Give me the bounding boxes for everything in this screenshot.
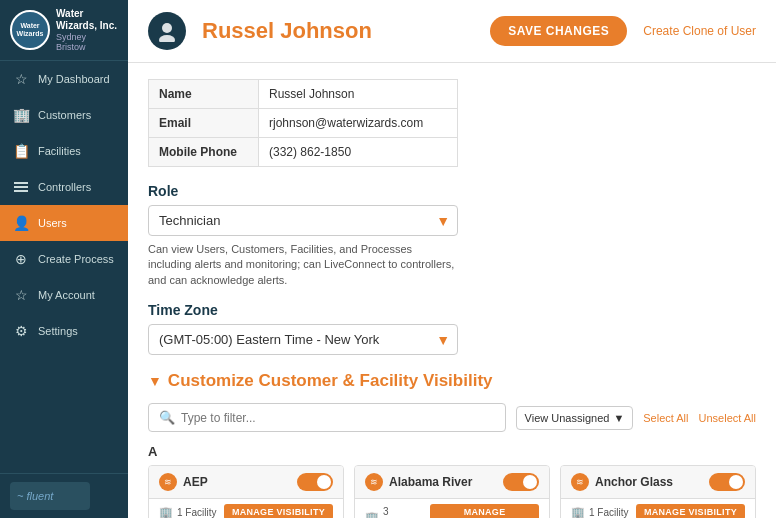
view-dropdown-arrow-icon: ▼ (613, 412, 624, 424)
sidebar-item-dashboard[interactable]: ☆ My Dashboard (0, 61, 128, 97)
building-icon-aep: 🏢 (159, 506, 173, 518)
settings-icon: ⚙ (12, 322, 30, 340)
role-section: Role Technician Administrator Manager Re… (148, 183, 756, 288)
card-icon-anchor-glass: ≋ (571, 473, 589, 491)
facility-count-anchor-glass: 🏢 1 Facility (571, 506, 628, 518)
toggle-anchor-glass[interactable] (709, 473, 745, 491)
phone-value: (332) 862-1850 (259, 138, 457, 166)
sidebar-item-label: Settings (38, 325, 78, 337)
card-footer-aep: 🏢 1 Facility MANAGE VISIBILITY (149, 499, 343, 518)
fluent-logo: ~ fluent (10, 482, 90, 510)
svg-point-2 (159, 35, 175, 42)
customize-title: Customize Customer & Facility Visibility (168, 371, 493, 391)
sidebar: WaterWizards Water Wizards, Inc. Sydney … (0, 0, 128, 518)
sidebar-item-label: Controllers (38, 181, 91, 193)
filter-bar: 🔍 View Unassigned ▼ Select All Unselect … (148, 403, 756, 432)
sidebar-item-label: Create Process (38, 253, 114, 265)
card-name-area-anchor-glass: ≋ Anchor Glass (571, 473, 673, 491)
name-value: Russel Johnson (259, 80, 457, 108)
customers-icon: 🏢 (12, 106, 30, 124)
create-clone-link[interactable]: Create Clone of User (643, 24, 756, 38)
svg-text:~ fluent: ~ fluent (17, 490, 54, 502)
toggle-knob-alabama-river (523, 475, 537, 489)
customize-header[interactable]: ▼ Customize Customer & Facility Visibili… (148, 371, 756, 391)
facility-cards-grid: ≋ AEP 🏢 1 Facility MANAGE VISIBILITY (148, 465, 756, 518)
search-icon: 🔍 (159, 410, 175, 425)
facility-card-aep: ≋ AEP 🏢 1 Facility MANAGE VISIBILITY (148, 465, 344, 518)
unselect-all-link[interactable]: Unselect All (699, 412, 756, 424)
dashboard-icon: ☆ (12, 70, 30, 88)
timezone-label: Time Zone (148, 302, 756, 318)
sidebar-logo: WaterWizards Water Wizards, Inc. Sydney … (0, 0, 128, 61)
sidebar-item-settings[interactable]: ⚙ Settings (0, 313, 128, 349)
manage-btn-aep[interactable]: MANAGE VISIBILITY (224, 504, 333, 518)
card-icon-alabama-river: ≋ (365, 473, 383, 491)
manage-btn-alabama-river[interactable]: MANAGE VISIBILITY (430, 504, 539, 518)
card-name-aep: AEP (183, 475, 208, 489)
controllers-icon (12, 178, 30, 196)
timezone-select[interactable]: (GMT-05:00) Eastern Time - New York (GMT… (148, 324, 458, 355)
users-icon: 👤 (12, 214, 30, 232)
sidebar-item-controllers[interactable]: Controllers (0, 169, 128, 205)
facility-count-aep: 🏢 1 Facility (159, 506, 216, 518)
card-footer-anchor-glass: 🏢 1 Facility MANAGE VISIBILITY (561, 499, 755, 518)
user-info-table: Name Russel Johnson Email rjohnson@water… (148, 79, 458, 167)
sidebar-footer: ~ fluent (0, 473, 128, 518)
card-icon-aep: ≋ (159, 473, 177, 491)
sidebar-nav: ☆ My Dashboard 🏢 Customers 📋 Facilities … (0, 61, 128, 473)
email-row: Email rjohnson@waterwizards.com (149, 109, 457, 138)
toggle-knob-anchor-glass (729, 475, 743, 489)
facilities-icon: 📋 (12, 142, 30, 160)
facility-card-anchor-glass: ≋ Anchor Glass 🏢 1 Facility MANAGE VISIB… (560, 465, 756, 518)
page-title: Russel Johnson (202, 18, 474, 44)
sidebar-item-users[interactable]: 👤 Users (0, 205, 128, 241)
sidebar-item-label: Customers (38, 109, 91, 121)
toggle-aep[interactable] (297, 473, 333, 491)
email-value: rjohnson@waterwizards.com (259, 109, 457, 137)
card-header-aep: ≋ AEP (149, 466, 343, 499)
card-footer-alabama-river: 🏢 3 Facilities MANAGE VISIBILITY (355, 499, 549, 518)
view-dropdown[interactable]: View Unassigned ▼ (516, 406, 634, 430)
card-name-anchor-glass: Anchor Glass (595, 475, 673, 489)
role-select-container: Technician Administrator Manager Read On… (148, 205, 458, 236)
view-dropdown-label: View Unassigned (525, 412, 610, 424)
customize-section: ▼ Customize Customer & Facility Visibili… (148, 371, 756, 518)
toggle-knob-aep (317, 475, 331, 489)
sidebar-item-create-process[interactable]: ⊕ Create Process (0, 241, 128, 277)
sidebar-company-info: Water Wizards, Inc. Sydney Bristow (56, 8, 118, 52)
phone-label: Mobile Phone (149, 138, 259, 166)
sidebar-item-my-account[interactable]: ☆ My Account (0, 277, 128, 313)
section-letter-a: A (148, 444, 756, 459)
sidebar-username: Sydney Bristow (56, 32, 118, 52)
manage-btn-anchor-glass[interactable]: MANAGE VISIBILITY (636, 504, 745, 518)
company-name: Water Wizards, Inc. (56, 8, 118, 32)
timezone-select-container: (GMT-05:00) Eastern Time - New York (GMT… (148, 324, 458, 355)
customize-chevron-icon: ▼ (148, 373, 162, 389)
name-label: Name (149, 80, 259, 108)
content-area: Name Russel Johnson Email rjohnson@water… (128, 63, 776, 518)
sidebar-item-customers[interactable]: 🏢 Customers (0, 97, 128, 133)
email-label: Email (149, 109, 259, 137)
facility-card-alabama-river: ≋ Alabama River 🏢 3 Facilities MANAGE VI… (354, 465, 550, 518)
card-header-alabama-river: ≋ Alabama River (355, 466, 549, 499)
my-account-icon: ☆ (12, 286, 30, 304)
select-all-link[interactable]: Select All (643, 412, 688, 424)
card-name-alabama-river: Alabama River (389, 475, 472, 489)
toggle-alabama-river[interactable] (503, 473, 539, 491)
timezone-section: Time Zone (GMT-05:00) Eastern Time - New… (148, 302, 756, 355)
save-changes-button[interactable]: SAVE ChANGES (490, 16, 627, 46)
role-select[interactable]: Technician Administrator Manager Read On… (148, 205, 458, 236)
name-row: Name Russel Johnson (149, 80, 457, 109)
role-label: Role (148, 183, 756, 199)
search-box: 🔍 (148, 403, 506, 432)
filter-input[interactable] (181, 411, 495, 425)
phone-row: Mobile Phone (332) 862-1850 (149, 138, 457, 166)
sidebar-item-facilities[interactable]: 📋 Facilities (0, 133, 128, 169)
building-icon-anchor-glass: 🏢 (571, 506, 585, 518)
card-name-area-alabama-river: ≋ Alabama River (365, 473, 472, 491)
create-process-icon: ⊕ (12, 250, 30, 268)
facility-count-alabama-river: 🏢 3 Facilities (365, 506, 430, 518)
sidebar-item-label: Users (38, 217, 67, 229)
role-description: Can view Users, Customers, Facilities, a… (148, 242, 458, 288)
user-avatar (148, 12, 186, 50)
